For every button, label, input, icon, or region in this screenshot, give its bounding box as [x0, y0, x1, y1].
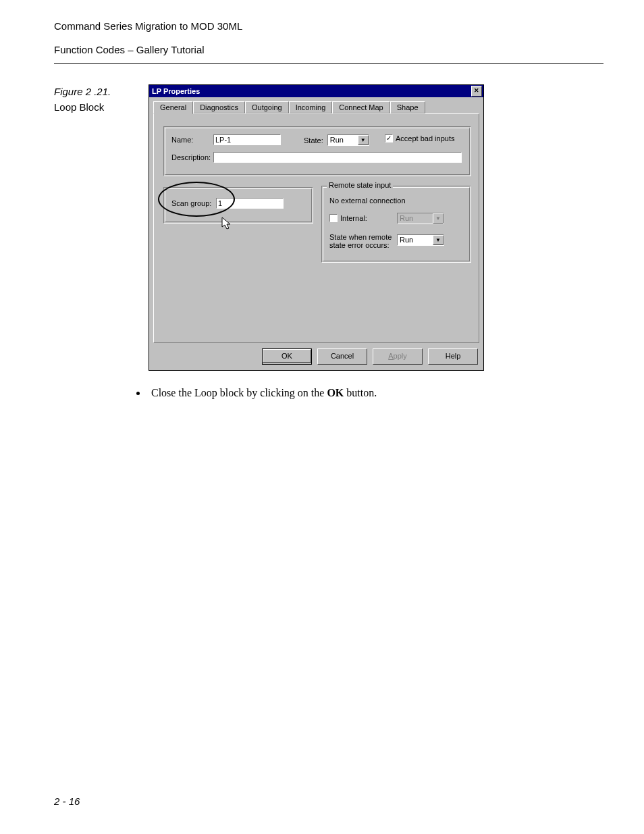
tab-general[interactable]: General: [153, 101, 193, 114]
description-field[interactable]: [213, 152, 462, 163]
tab-diagnostics[interactable]: Diagnostics: [193, 101, 245, 113]
state-error-label-2: state error occurs:: [329, 241, 392, 249]
doc-header-2: Function Codes – Gallery Tutorial: [54, 44, 603, 55]
figure-subcaption: Loop Block: [54, 101, 149, 113]
tab-incoming[interactable]: Incoming: [289, 101, 333, 113]
internal-checkbox[interactable]: [329, 214, 338, 222]
dialog-button-row: OK Cancel Apply Help: [149, 347, 483, 370]
name-field[interactable]: LP-1: [213, 134, 281, 145]
dialog-titlebar[interactable]: LP Properties ✕: [149, 85, 483, 97]
doc-header-1: Command Series Migration to MOD 30ML: [54, 20, 603, 32]
help-button[interactable]: Help: [428, 348, 478, 365]
description-label: Description:: [171, 153, 209, 161]
page-number: 2 - 16: [54, 796, 80, 807]
chevron-down-icon: ▼: [433, 235, 444, 245]
lp-properties-dialog: LP Properties ✕ General Diagnostics Outg…: [149, 84, 484, 371]
annotation-ellipse: [158, 182, 235, 217]
tab-shape[interactable]: Shape: [390, 101, 425, 113]
accept-bad-label: Accept bad inputs: [396, 134, 454, 142]
cancel-button[interactable]: Cancel: [317, 348, 367, 365]
chevron-down-icon: ▼: [358, 135, 369, 145]
tab-strip: General Diagnostics Outgoing Incoming Co…: [149, 97, 483, 113]
internal-label: Internal:: [340, 214, 367, 222]
name-label: Name:: [171, 136, 209, 144]
chevron-down-icon: ▼: [433, 213, 444, 224]
instruction-block: Close the Loop block by clicking on the …: [128, 387, 603, 399]
close-icon[interactable]: ✕: [471, 86, 482, 97]
internal-select: Run ▼: [397, 213, 444, 224]
state-select-value: Run: [328, 135, 358, 145]
remote-group-legend: Remote state input: [327, 181, 393, 189]
ok-button[interactable]: OK: [262, 348, 312, 365]
cursor-icon: [221, 217, 234, 230]
state-select[interactable]: Run ▼: [327, 134, 369, 146]
remote-no-ext-label: No external connection: [329, 197, 406, 205]
state-error-select[interactable]: Run ▼: [397, 234, 444, 246]
state-error-label-1: State when remote: [329, 233, 392, 241]
tab-body-general: Name: LP-1 State: Run ▼ ✓ Acce: [153, 113, 479, 343]
dialog-title: LP Properties: [152, 87, 471, 95]
state-error-select-value: Run: [398, 235, 433, 245]
tab-connect-map[interactable]: Connect Map: [332, 101, 390, 113]
instruction-item: Close the Loop block by clicking on the …: [147, 387, 603, 399]
state-label: State:: [304, 136, 323, 145]
header-rule: [54, 63, 603, 64]
figure-caption: Figure 2 .21.: [54, 86, 149, 97]
accept-bad-checkbox[interactable]: ✓: [385, 134, 393, 142]
apply-button: Apply: [373, 348, 423, 365]
tab-outgoing[interactable]: Outgoing: [245, 101, 289, 113]
internal-select-value: Run: [398, 213, 433, 224]
